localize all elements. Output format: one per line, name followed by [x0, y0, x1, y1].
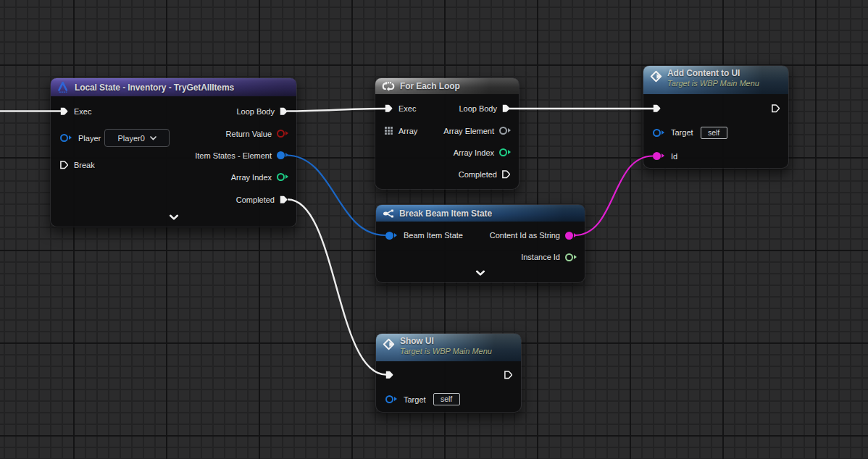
- wire-itemstates-to-breaknode[interactable]: [286, 156, 385, 236]
- node-header[interactable]: Local State - Inventory - TryGetAllItems: [51, 78, 296, 96]
- pin-row-loop-body-out[interactable]: Loop Body: [51, 102, 296, 121]
- pin-row-item-states-element[interactable]: Item States - Element: [51, 146, 296, 165]
- int-pin-array-index[interactable]: [277, 173, 285, 181]
- for-each-loop-icon: [382, 81, 395, 92]
- pin-label: Target: [671, 128, 693, 137]
- pin-label: Completed: [236, 195, 275, 204]
- pin-label: Loop Body: [459, 104, 497, 113]
- pin-label: Target: [404, 395, 426, 404]
- exec-pin-connected[interactable]: [280, 107, 288, 116]
- pin-row-completed-out[interactable]: Completed: [375, 165, 519, 184]
- node-add-content-to-ui[interactable]: Add Content to UI Target is WBP Main Men…: [643, 66, 788, 168]
- function-call-diamond-icon: [383, 338, 395, 350]
- node-title: Show UI: [400, 336, 492, 346]
- expand-node-chevron[interactable]: [376, 270, 585, 277]
- node-header[interactable]: Break Beam Item State: [376, 205, 585, 222]
- target-self-textbox[interactable]: self: [433, 393, 460, 405]
- node-header[interactable]: Show UI Target is WBP Main Menu: [376, 334, 521, 361]
- exec-pin-unconnected[interactable]: [772, 104, 780, 113]
- pin-label: Content Id as String: [490, 231, 560, 240]
- node-subtitle: Target is WBP Main Menu: [400, 347, 492, 355]
- node-header[interactable]: Add Content to UI Target is WBP Main Men…: [643, 66, 788, 94]
- chevron-down-icon: [169, 214, 179, 221]
- node-title: For Each Loop: [400, 81, 460, 91]
- pin-row-array-element[interactable]: Array Element: [375, 122, 519, 140]
- blueprint-graph-canvas[interactable]: Local State - Inventory - TryGetAllItems…: [0, 0, 868, 459]
- node-title: Add Content to UI: [667, 68, 759, 78]
- beamable-logo-icon: [57, 81, 70, 93]
- pin-label: Item States - Element: [195, 151, 272, 160]
- pin-label: Return Value: [226, 130, 272, 138]
- string-pin-content-id-connected[interactable]: [565, 232, 573, 240]
- node-title: Break Beam Item State: [399, 209, 492, 219]
- node-show-ui[interactable]: Show UI Target is WBP Main Menu Target s…: [376, 334, 521, 412]
- exec-pin-unconnected[interactable]: [504, 371, 512, 379]
- pin-label: Instance Id: [521, 253, 560, 261]
- chevron-down-icon: [475, 270, 485, 277]
- pin-row-array-index[interactable]: Array Index: [375, 143, 519, 162]
- pin-row-return-value[interactable]: Return Value: [51, 125, 296, 143]
- function-call-diamond-icon: [650, 70, 662, 83]
- target-self-textbox[interactable]: self: [701, 127, 727, 139]
- string-pin-id-connected[interactable]: [653, 152, 661, 160]
- struct-pin-item-states-element-connected[interactable]: [277, 151, 285, 159]
- object-pin-target[interactable]: [653, 129, 661, 137]
- pin-row-instance-id[interactable]: Instance Id: [376, 248, 585, 266]
- object-pin-target[interactable]: [385, 395, 393, 403]
- wire-exec-loopbody-to-foreach[interactable]: [287, 109, 385, 111]
- wildcard-pin-array-element[interactable]: [499, 127, 507, 135]
- bool-pin-return-value[interactable]: [277, 130, 285, 138]
- pin-label: Array Index: [454, 148, 494, 157]
- expand-node-chevron[interactable]: [51, 214, 296, 221]
- pin-row-completed-out[interactable]: Completed: [51, 190, 296, 209]
- pin-row-loop-body-out[interactable]: Loop Body: [375, 99, 519, 118]
- pin-row-array-index[interactable]: Array Index: [51, 168, 296, 187]
- pin-row-exec-out[interactable]: [376, 366, 521, 384]
- node-subtitle: Target is WBP Main Menu: [667, 79, 759, 88]
- pin-row-target[interactable]: Target self: [376, 390, 521, 409]
- node-break-beam-item-state[interactable]: Break Beam Item State Beam Item State Co…: [376, 205, 585, 282]
- wire-contentid-to-id[interactable]: [575, 156, 653, 236]
- pin-label: Loop Body: [236, 107, 275, 116]
- pin-label: Array Index: [231, 173, 272, 182]
- pin-label: Array Element: [443, 127, 494, 135]
- int64-pin-instance-id[interactable]: [565, 253, 573, 261]
- node-local-state-inventory-trygetallitems[interactable]: Local State - Inventory - TryGetAllItems…: [51, 78, 296, 227]
- int-pin-array-index[interactable]: [499, 148, 507, 156]
- wire-exec-completed-to-showui[interactable]: [288, 200, 386, 375]
- break-struct-icon: [383, 209, 394, 219]
- pin-label: Id: [671, 152, 677, 161]
- exec-pin-connected[interactable]: [280, 195, 288, 204]
- pin-label: Completed: [459, 170, 497, 179]
- node-title: Local State - Inventory - TryGetAllItems: [75, 83, 234, 93]
- pin-row-target[interactable]: Target self: [643, 123, 788, 142]
- pin-row-exec-out[interactable]: [643, 99, 788, 118]
- pin-row-id[interactable]: Id: [643, 147, 788, 166]
- node-header[interactable]: For Each Loop: [375, 78, 519, 94]
- exec-pin-unconnected[interactable]: [502, 170, 510, 179]
- exec-pin-connected[interactable]: [502, 104, 510, 113]
- pin-row-content-id-as-string[interactable]: Content Id as String: [376, 226, 585, 245]
- node-for-each-loop[interactable]: For Each Loop Exec Array Loop Body: [375, 78, 519, 189]
